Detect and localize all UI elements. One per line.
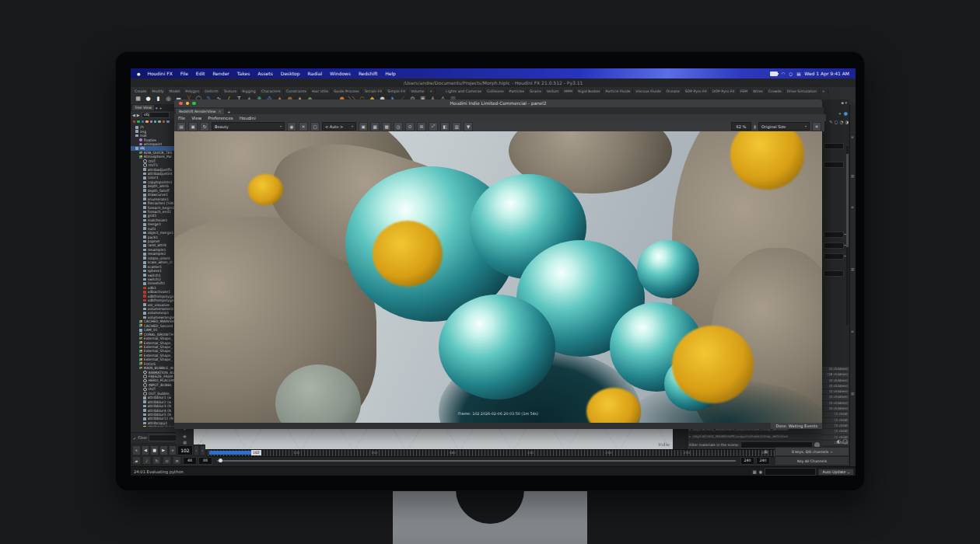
shelf-tab[interactable]: Drive Simulation	[785, 89, 820, 94]
jump-start-button[interactable]: «	[132, 445, 141, 455]
render-menu-item[interactable]: View	[191, 116, 201, 120]
shelf-tool-icon[interactable]: ▮	[154, 95, 163, 103]
realtime-toggle-icon[interactable]: ▰	[132, 456, 141, 465]
pane-controls[interactable]: ▪ ▾	[842, 100, 848, 105]
shelf-tab[interactable]: Rigging	[240, 89, 258, 94]
tree-filter-icon[interactable]	[145, 120, 148, 123]
param-field[interactable]	[824, 270, 844, 277]
children-count-row[interactable]: (1 child)	[822, 412, 849, 417]
menubar-item[interactable]: Redshift	[355, 71, 381, 76]
shelf-tab[interactable]: Oceans	[664, 89, 683, 94]
range-slider-handle[interactable]	[219, 459, 222, 462]
tree-filter-icon[interactable]	[166, 120, 169, 123]
shelf-tab[interactable]: Collisions	[485, 89, 507, 94]
shelf-tab[interactable]: Create	[132, 89, 149, 94]
shelf-tab[interactable]: Wires	[751, 89, 766, 94]
shelf-tab[interactable]: FEM	[738, 89, 751, 94]
info-icon[interactable]: ◔	[839, 120, 843, 124]
menubar-status-icon[interactable]: ○	[789, 71, 793, 76]
tab-redshift-renderview[interactable]: Redshift RenderView ×	[176, 109, 224, 114]
shelf-tab[interactable]: Grains	[527, 89, 544, 94]
children-count-row[interactable]: (0 children)	[822, 395, 849, 400]
shelf-tab[interactable]: Guide Process	[331, 89, 362, 94]
context-field[interactable]	[765, 468, 816, 476]
shelf-tab[interactable]: DOP Pyro FX	[710, 89, 738, 94]
menubar-item[interactable]: Help	[381, 71, 400, 76]
loop-icon[interactable]: ↻	[152, 456, 161, 465]
shelf-tab[interactable]: Simple FX	[385, 89, 408, 94]
pane-icon-a[interactable]: ◐	[837, 438, 841, 444]
render-start-icon[interactable]: ▤	[177, 122, 186, 131]
frame-back-button[interactable]: ‹	[194, 445, 199, 455]
save-image-icon[interactable]: ▼	[464, 122, 473, 131]
shelf-tab[interactable]: Model	[167, 89, 184, 94]
shelf-tool-icon[interactable]: ▦	[134, 95, 142, 103]
rendered-image[interactable]: Frame: 102 2026-02-06 20:03:50 (1m 54s)	[174, 131, 822, 423]
apple-icon[interactable]: ●	[131, 71, 143, 76]
range-slider[interactable]	[217, 460, 736, 462]
tree-filter-icon[interactable]	[154, 120, 156, 123]
children-count-row[interactable]: (0 children)	[822, 389, 849, 395]
checker-icon[interactable]: ▩	[382, 122, 391, 131]
children-count-row[interactable]: (0 children)	[822, 384, 849, 389]
shelf-tab[interactable]: Crowds	[766, 89, 785, 94]
play-reverse-button[interactable]: ◀	[142, 445, 150, 455]
display-toggle-icon[interactable]: ▦	[752, 469, 756, 474]
crop-icon[interactable]: ▢	[310, 122, 320, 131]
render-target-icon[interactable]: ▣	[188, 122, 198, 131]
shelf-tab[interactable]: +	[820, 89, 828, 94]
clock-icon[interactable]: ◷	[394, 122, 403, 131]
param-field[interactable]	[824, 253, 844, 260]
tree-filter-icon[interactable]	[133, 120, 135, 123]
range-end-field[interactable]: 240	[740, 457, 754, 465]
snapshot-icon[interactable]: ◉	[287, 122, 296, 131]
shelf-tab[interactable]: Characters	[259, 89, 284, 94]
playhead-marker[interactable]: 102	[251, 450, 261, 455]
children-count-row[interactable]: (1 child)	[822, 424, 849, 429]
tab-menu-icon[interactable]: ▾	[156, 106, 158, 110]
size-mode-dropdown[interactable]: Original Size▾	[758, 122, 810, 131]
menubar-status-icon[interactable]: ▤	[796, 71, 800, 76]
zoom-stepper[interactable]: ▲▼	[754, 124, 756, 129]
zoom-icon[interactable]: ○	[835, 120, 838, 124]
menubar-status-icon[interactable]: ◠	[782, 71, 786, 76]
tree-path-field[interactable]: obj	[142, 112, 170, 118]
pin-icon[interactable]: ⌖	[838, 110, 841, 117]
shelf-tab[interactable]: Particle Fluids	[603, 89, 633, 94]
menubar-item[interactable]: Windows	[326, 71, 355, 76]
param-field[interactable]	[824, 143, 844, 149]
material-row[interactable]: ▸ /obj/CACHED_MAINSHAPE/uvquickshade2/sh…	[688, 434, 828, 441]
shelf-tab[interactable]: Lights and Cameras	[443, 89, 485, 94]
pane-tab-icon[interactable]: ▤	[851, 267, 854, 271]
shelf-tab[interactable]: Polygon	[183, 89, 202, 94]
children-count-row[interactable]: (0 children)	[822, 406, 849, 412]
loop-end-field[interactable]: 88	[198, 457, 212, 465]
pane-tab-icon[interactable]: ≣	[851, 330, 854, 333]
back-icon[interactable]: ◀	[132, 113, 135, 117]
current-frame-field[interactable]: 102	[177, 445, 192, 455]
children-count-row[interactable]: (0 children)	[822, 378, 849, 384]
grid-icon[interactable]: ▦	[370, 122, 380, 131]
bucket-order-dropdown[interactable]: < Auto >▾	[322, 122, 356, 131]
menubar-clock[interactable]: Wed 1 Apr 9:41 AM	[804, 71, 849, 76]
menubar-item[interactable]: Render	[208, 71, 233, 76]
shelf-tool-icon[interactable]: ●	[144, 95, 152, 103]
key-all-channels-button[interactable]: Key All Channels	[775, 456, 849, 466]
tree-filter-icon[interactable]	[150, 120, 152, 123]
expand-icon[interactable]: ▸	[689, 434, 691, 438]
help-icon[interactable]: ◑	[845, 120, 849, 124]
children-count-row[interactable]: (18 children)	[822, 372, 849, 378]
compare-icon[interactable]: ◧	[440, 122, 450, 131]
menubar-item[interactable]: Edit	[192, 71, 209, 76]
menubar-item[interactable]: Assets	[254, 71, 277, 76]
shelf-tab[interactable]: Constraints	[284, 89, 310, 94]
shelf-tool-icon[interactable]: ◎	[164, 95, 173, 103]
range-end-field-2[interactable]: 240	[756, 457, 770, 465]
children-count-row[interactable]: (1 child)	[822, 429, 849, 434]
close-tab-icon[interactable]: ×	[218, 110, 221, 113]
tree-filter-icon[interactable]	[137, 120, 139, 123]
shelf-tab[interactable]: Texture	[221, 89, 240, 94]
shelf-tab[interactable]: Viscous Fluids	[633, 89, 663, 94]
shelf-tab[interactable]: Vellum	[544, 89, 562, 94]
copy-icon[interactable]: ▥	[452, 122, 461, 131]
